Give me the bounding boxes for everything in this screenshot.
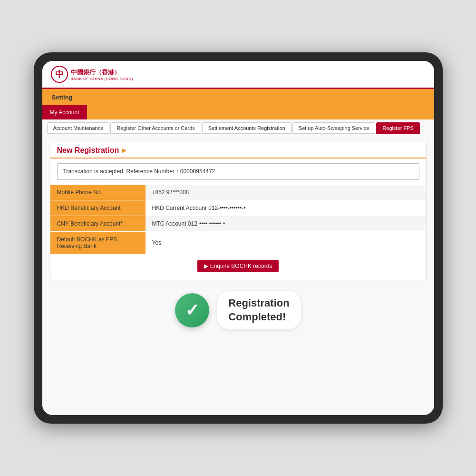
tab-account-maintenance[interactable]: Account Maintenance: [47, 122, 110, 134]
table-row: Default BOCHK as FPS Receiving BankYes: [50, 232, 426, 254]
enquire-bochk-button[interactable]: ▶ Enquire BOCHK records: [197, 260, 279, 272]
sub-nav-my-account[interactable]: My Account: [42, 105, 87, 119]
field-value: +852 97***008: [146, 185, 426, 200]
logo-chinese-char: 中: [55, 69, 64, 80]
enquire-btn-label: Enquire BOCHK records: [210, 263, 272, 269]
success-icon: ✓: [175, 293, 209, 327]
tablet-screen: 中 中國銀行（香港） BANK OF CHINA (HONG KONG) Set…: [42, 61, 434, 415]
success-text-line1: Registration: [228, 297, 289, 310]
success-text-line2: Completed!: [228, 310, 289, 324]
success-text: Registration Completed!: [228, 297, 289, 324]
table-row: Mobile Phone No.+852 97***008: [50, 185, 426, 200]
tab-settlement-accounts[interactable]: Settlement Accounts Registration: [202, 122, 291, 134]
nav-item-setting[interactable]: Setting: [42, 89, 82, 105]
field-label: Default BOCHK as FPS Receiving Bank: [50, 232, 146, 254]
bank-header: 中 中國銀行（香港） BANK OF CHINA (HONG KONG): [42, 61, 434, 89]
sub-nav-my-account-label: My Account: [50, 109, 79, 116]
nav-setting-label: Setting: [52, 94, 73, 101]
success-text-box: Registration Completed!: [217, 291, 301, 329]
logo-circle-icon: 中: [51, 66, 68, 83]
field-value: Yes: [146, 232, 426, 254]
field-label: Mobile Phone No.: [50, 185, 146, 200]
success-banner: ✓ Registration Completed!: [50, 280, 427, 334]
tab-bar: Account Maintenance Register Other Accou…: [42, 119, 434, 134]
tab-register-other[interactable]: Register Other Accounts or Cards: [110, 122, 201, 134]
logo-english-name: BANK OF CHINA (HONG KONG): [71, 77, 134, 81]
nav-bar: Setting: [42, 89, 434, 105]
sub-nav: My Account: [42, 105, 434, 119]
tab-register-fps[interactable]: Register FPS: [376, 122, 419, 134]
title-arrow-icon: ▶: [122, 147, 126, 154]
field-value: HKD Current Accounr 012-••••-••••••-•: [146, 200, 426, 216]
transaction-message: Transcation is accepted. Reference Numbe…: [57, 163, 419, 180]
table-row: CNY Beneficiary Account*MTC Account 012-…: [50, 216, 426, 232]
logo-text: 中國銀行（香港） BANK OF CHINA (HONG KONG): [71, 68, 134, 81]
tab-setup-sweeping[interactable]: Set up Auto-Sweeping Service: [292, 122, 376, 134]
field-label: HKD Beneficiary Account: [50, 200, 146, 216]
checkmark-icon: ✓: [185, 302, 199, 319]
registration-box: New Registration ▶ Transcation is accept…: [50, 141, 427, 280]
tablet-frame: 中 中國銀行（香港） BANK OF CHINA (HONG KONG) Set…: [34, 52, 443, 424]
logo-chinese-name: 中國銀行（香港）: [71, 68, 134, 77]
field-label: CNY Beneficiary Account*: [50, 216, 146, 232]
table-row: HKD Beneficiary AccountHKD Current Accou…: [50, 200, 426, 216]
bank-logo: 中 中國銀行（香港） BANK OF CHINA (HONG KONG): [51, 66, 134, 83]
main-content: New Registration ▶ Transcation is accept…: [42, 134, 434, 415]
new-registration-label: New Registration: [57, 146, 119, 155]
info-table: Mobile Phone No.+852 97***008HKD Benefic…: [50, 185, 426, 254]
enquire-btn-arrow-icon: ▶: [204, 263, 208, 269]
field-value: MTC Account 012-••••-••••••-•: [146, 216, 426, 232]
registration-title: New Registration ▶: [50, 141, 426, 159]
